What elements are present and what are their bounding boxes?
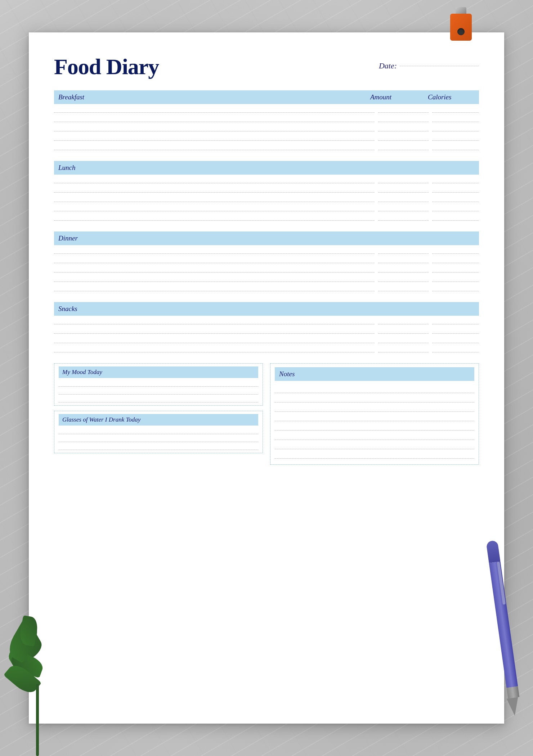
snacks-label: Snacks: [58, 305, 77, 313]
amount-input-line[interactable]: [378, 214, 429, 221]
header: Food Diary Date:: [54, 54, 479, 80]
notes-input-line[interactable]: [275, 415, 474, 421]
snacks-rows: [54, 316, 479, 353]
notes-input-line[interactable]: [275, 424, 474, 431]
table-row: [54, 325, 479, 334]
amount-input-line[interactable]: [378, 275, 429, 282]
amount-input-line[interactable]: [378, 318, 429, 324]
water-header: Glasses of Water I Drank Today: [59, 414, 258, 426]
notes-input-line[interactable]: [275, 387, 474, 393]
breakfast-label-cell: Breakfast: [58, 93, 367, 101]
calories-input-line[interactable]: [432, 214, 479, 221]
food-input-line[interactable]: [54, 346, 375, 352]
amount-input-line[interactable]: [378, 337, 429, 343]
water-input-line[interactable]: [59, 436, 258, 442]
amount-input-line[interactable]: [378, 327, 429, 334]
notes-input-line[interactable]: [275, 433, 474, 440]
mood-input-line[interactable]: [59, 381, 258, 387]
date-line[interactable]: [400, 66, 479, 66]
mood-label: My Mood Today: [62, 369, 102, 375]
calories-input-line[interactable]: [432, 144, 479, 150]
food-input-line[interactable]: [54, 116, 375, 122]
food-input-line[interactable]: [54, 177, 375, 183]
notes-input-line[interactable]: [275, 443, 474, 449]
calories-input-line[interactable]: [432, 318, 479, 324]
mood-water-wrapper: My Mood Today Glasses of Water I Drank T…: [54, 363, 263, 465]
breakfast-section: Breakfast Amount Calories: [54, 90, 479, 151]
sharpener-hole: [457, 28, 465, 35]
calories-input-line[interactable]: [432, 177, 479, 183]
food-input-line[interactable]: [54, 285, 375, 291]
calories-input-line[interactable]: [432, 247, 479, 254]
food-input-line[interactable]: [54, 327, 375, 334]
notes-input-line[interactable]: [275, 452, 474, 459]
calories-input-line[interactable]: [432, 186, 479, 193]
notes-input-line[interactable]: [275, 396, 474, 402]
amount-input-line[interactable]: [378, 285, 429, 291]
amount-input-line[interactable]: [378, 116, 429, 122]
amount-input-line[interactable]: [378, 195, 429, 202]
calories-input-line[interactable]: [432, 205, 479, 211]
food-input-line[interactable]: [54, 247, 375, 254]
table-row: [54, 104, 479, 113]
calories-input-line[interactable]: [432, 257, 479, 263]
mood-box: My Mood Today: [54, 363, 263, 406]
food-input-line[interactable]: [54, 186, 375, 193]
amount-input-line[interactable]: [378, 266, 429, 273]
food-input-line[interactable]: [54, 195, 375, 202]
amount-input-line[interactable]: [378, 177, 429, 183]
calories-input-line[interactable]: [432, 337, 479, 343]
calories-input-line[interactable]: [432, 195, 479, 202]
amount-input-line[interactable]: [378, 257, 429, 263]
calories-input-line[interactable]: [432, 346, 479, 352]
amount-input-line[interactable]: [378, 144, 429, 150]
food-input-line[interactable]: [54, 125, 375, 131]
table-row: [54, 283, 479, 292]
amount-input-line[interactable]: [378, 205, 429, 211]
page-title: Food Diary: [54, 54, 159, 80]
mood-input-line[interactable]: [59, 397, 258, 402]
food-input-line[interactable]: [54, 266, 375, 273]
food-input-line[interactable]: [54, 275, 375, 282]
food-input-line[interactable]: [54, 134, 375, 141]
food-input-line[interactable]: [54, 337, 375, 343]
notes-input-line[interactable]: [275, 405, 474, 412]
table-row: [54, 255, 479, 264]
table-row: [54, 203, 479, 212]
amount-input-line[interactable]: [378, 247, 429, 254]
food-input-line[interactable]: [54, 106, 375, 113]
food-input-line[interactable]: [54, 318, 375, 324]
calories-input-line[interactable]: [432, 116, 479, 122]
table-row: [54, 334, 479, 344]
amount-input-line[interactable]: [378, 125, 429, 131]
mood-input-line[interactable]: [59, 389, 258, 395]
food-input-line[interactable]: [54, 257, 375, 263]
date-label: Date:: [379, 61, 397, 71]
snacks-section: Snacks: [54, 302, 479, 353]
calories-input-line[interactable]: [432, 275, 479, 282]
calories-input-line[interactable]: [432, 125, 479, 131]
calories-input-line[interactable]: [432, 106, 479, 113]
food-input-line[interactable]: [54, 144, 375, 150]
table-row: [54, 132, 479, 141]
calories-input-line[interactable]: [432, 266, 479, 273]
amount-input-line[interactable]: [378, 346, 429, 352]
calories-input-line[interactable]: [432, 134, 479, 141]
amount-input-line[interactable]: [378, 134, 429, 141]
food-input-line[interactable]: [54, 214, 375, 221]
amount-input-line[interactable]: [378, 186, 429, 193]
table-row: [54, 344, 479, 353]
calories-input-line[interactable]: [432, 327, 479, 334]
food-input-line[interactable]: [54, 205, 375, 211]
lunch-section: Lunch: [54, 161, 479, 221]
water-input-line[interactable]: [59, 428, 258, 434]
calories-input-line[interactable]: [432, 285, 479, 291]
notes-header: Notes: [275, 367, 474, 381]
dinner-section: Dinner: [54, 231, 479, 292]
water-label: Glasses of Water I Drank Today: [62, 416, 140, 423]
water-input-line[interactable]: [59, 444, 258, 450]
table-row: [54, 273, 479, 283]
dinner-label: Dinner: [58, 234, 78, 242]
table-row: [54, 184, 479, 193]
amount-input-line[interactable]: [378, 106, 429, 113]
